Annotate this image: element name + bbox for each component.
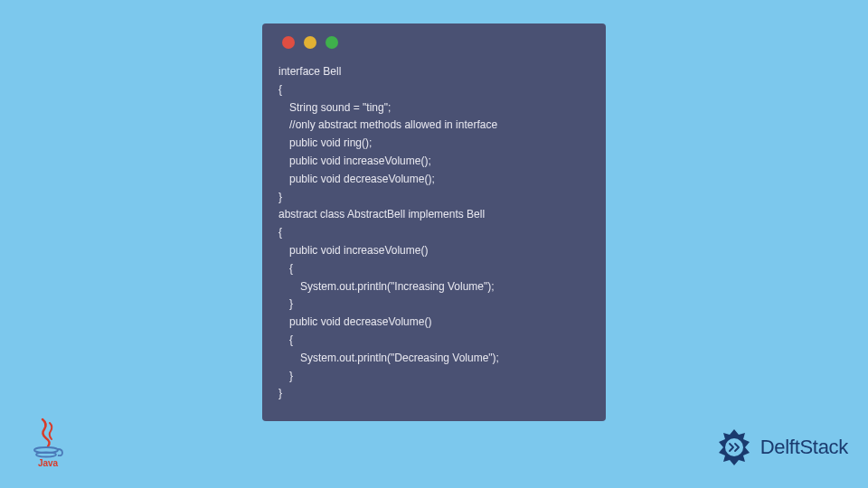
svg-point-1 [36,453,56,457]
maximize-icon [326,36,338,49]
traffic-lights [282,36,590,49]
svg-text:Java: Java [38,458,59,468]
code-content: interface Bell { String sound = "ting"; … [278,63,590,403]
java-icon: Java [28,418,68,468]
svg-point-3 [725,438,743,456]
delft-stack-logo: DelftStack [713,427,848,468]
minimize-icon [304,36,316,49]
delft-stack-label: DelftStack [760,436,848,459]
delft-stack-icon [713,427,755,468]
close-icon [282,36,295,49]
java-logo: Java [25,414,71,468]
code-window: interface Bell { String sound = "ting"; … [262,23,606,421]
